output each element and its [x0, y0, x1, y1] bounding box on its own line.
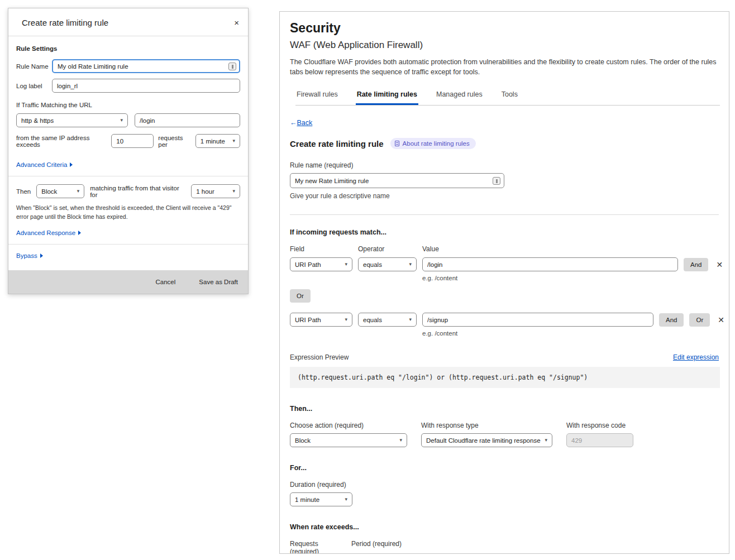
- operator-select-value: equals: [363, 261, 382, 268]
- scheme-select[interactable]: http & https ▾: [16, 113, 128, 127]
- advanced-criteria-label: Advanced Criteria: [16, 161, 67, 168]
- chevron-down-icon: ▾: [232, 189, 235, 194]
- advanced-response-link[interactable]: Advanced Response: [16, 229, 81, 236]
- operator-select[interactable]: equals ▾: [358, 257, 417, 271]
- rule-settings-heading: Rule Settings: [16, 45, 240, 52]
- for-heading: For...: [290, 464, 719, 472]
- field-select-value: URI Path: [295, 261, 321, 268]
- back-arrow-icon: ←: [290, 119, 297, 127]
- response-code-input: 429: [566, 433, 633, 447]
- condition-row-2: URI Path ▾ equals ▾ And Or ✕: [290, 313, 719, 327]
- close-icon[interactable]: ×: [234, 18, 239, 27]
- autofill-icon[interactable]: [493, 177, 500, 185]
- url-input[interactable]: [135, 113, 240, 127]
- response-code-group: With response code 429: [566, 422, 633, 447]
- chevron-down-icon: ▾: [232, 138, 235, 143]
- tab-firewall-rules[interactable]: Firewall rules: [295, 87, 339, 105]
- disclosure-triangle-icon: [78, 231, 81, 235]
- page-title: Security: [290, 21, 719, 36]
- duration-select[interactable]: 1 minute ▾: [290, 492, 352, 506]
- value-input[interactable]: [422, 313, 653, 327]
- duration-label: Duration (required): [290, 481, 719, 489]
- and-button[interactable]: And: [684, 258, 708, 271]
- action-select[interactable]: Block ▾: [36, 184, 84, 198]
- bypass-label: Bypass: [16, 252, 37, 259]
- period-select[interactable]: 1 minute ▾: [195, 134, 240, 148]
- bypass-link[interactable]: Bypass: [16, 252, 43, 259]
- create-rate-limiting-rule-dialog: Create rate limiting rule × Rule Setting…: [8, 8, 249, 294]
- operator-column-label: Operator: [358, 245, 417, 253]
- duration-value: 1 minute: [295, 496, 319, 503]
- then-controls: Choose action (required) Block ▾ With re…: [290, 422, 719, 447]
- chevron-down-icon: ▾: [345, 317, 347, 322]
- back-label: Back: [297, 119, 313, 127]
- period-select-value: 1 minute: [201, 138, 225, 145]
- or-button[interactable]: Or: [689, 313, 710, 327]
- requests-input[interactable]: [111, 134, 154, 148]
- remove-condition-icon[interactable]: ✕: [715, 314, 727, 326]
- operator-select[interactable]: equals ▾: [358, 313, 417, 327]
- chevron-down-icon: ▾: [77, 189, 80, 194]
- about-rate-limiting-rules-badge[interactable]: About rate limiting rules: [390, 138, 476, 149]
- rule-name-help: Give your rule a descriptive name: [290, 192, 719, 200]
- scheme-select-value: http & https: [21, 117, 54, 124]
- field-select[interactable]: URI Path ▾: [290, 257, 352, 271]
- ban-duration-select[interactable]: 1 hour ▾: [191, 184, 240, 198]
- advanced-criteria-link[interactable]: Advanced Criteria: [16, 161, 73, 168]
- tab-tools[interactable]: Tools: [500, 87, 519, 105]
- visitor-text-label: matching traffic from that visitor for: [90, 185, 185, 198]
- back-link-row: ←Back: [290, 119, 719, 127]
- value-column-label: Value: [422, 245, 439, 253]
- expression-code: (http.request.uri.path eq "/login") or (…: [290, 367, 720, 388]
- rule-name-input[interactable]: [290, 173, 504, 188]
- then-heading: Then...: [290, 405, 719, 413]
- rule-name-input-wrap: [52, 59, 240, 73]
- form-title-row: Create rate limiting rule About rate lim…: [290, 138, 719, 149]
- or-row: Or: [290, 289, 719, 303]
- page-description: The Cloudflare WAF provides both automat…: [290, 57, 721, 77]
- value-hint: e.g. /content: [422, 275, 719, 281]
- page-subtitle: WAF (Web Application Firewall): [290, 40, 719, 51]
- form-title: Create rate limiting rule: [290, 139, 384, 149]
- tab-managed-rules[interactable]: Managed rules: [435, 87, 484, 105]
- value-hint: e.g. /content: [422, 330, 719, 337]
- chevron-down-icon: ▾: [545, 438, 547, 443]
- condition-column-labels: Field Operator Value: [290, 245, 719, 253]
- rule-name-input-wrap: [290, 173, 504, 188]
- choose-action-value: Block: [295, 437, 311, 444]
- response-type-label: With response type: [421, 422, 552, 429]
- requests-per-label: requests per: [158, 135, 190, 148]
- dialog-footer: Cancel Save as Draft: [8, 270, 248, 294]
- rate-exceeds-heading: When rate exceeds...: [290, 523, 719, 531]
- save-as-draft-button[interactable]: Save as Draft: [199, 279, 238, 285]
- tab-rate-limiting-rules[interactable]: Rate limiting rules: [356, 87, 418, 105]
- choose-action-group: Choose action (required) Block ▾: [290, 422, 407, 447]
- autofill-icon[interactable]: [228, 63, 236, 70]
- rule-name-row: Rule Name: [16, 59, 240, 73]
- response-type-select[interactable]: Default Cloudflare rate limiting respons…: [421, 433, 552, 447]
- chevron-down-icon: ▾: [120, 118, 123, 123]
- threshold-row: from the same IP address exceeds request…: [16, 134, 240, 148]
- choose-action-select[interactable]: Block ▾: [290, 433, 407, 447]
- requests-label: Requests (required): [290, 540, 346, 554]
- waf-tabs: Firewall rules Rate limiting rules Manag…: [295, 87, 720, 106]
- then-row: Then Block ▾ matching traffic from that …: [16, 184, 240, 198]
- chevron-down-icon: ▾: [345, 497, 347, 502]
- field-column-label: Field: [290, 245, 352, 253]
- cancel-button[interactable]: Cancel: [156, 279, 176, 285]
- back-link[interactable]: ←Back: [290, 119, 312, 127]
- chevron-down-icon: ▾: [345, 262, 347, 267]
- remove-condition-icon[interactable]: ✕: [714, 259, 725, 270]
- chevron-down-icon: ▾: [399, 438, 402, 443]
- response-code-label: With response code: [566, 422, 633, 429]
- condition-row-1: URI Path ▾ equals ▾ And ✕: [290, 257, 719, 271]
- edit-expression-link[interactable]: Edit expression: [673, 353, 719, 361]
- field-select[interactable]: URI Path ▾: [290, 313, 352, 327]
- log-label-input[interactable]: [52, 79, 240, 93]
- log-label-label: Log label: [16, 83, 52, 89]
- or-button[interactable]: Or: [290, 289, 311, 303]
- value-input[interactable]: [422, 257, 678, 271]
- choose-action-label: Choose action (required): [290, 422, 407, 429]
- rule-name-input[interactable]: [52, 59, 240, 73]
- and-button[interactable]: And: [659, 313, 684, 327]
